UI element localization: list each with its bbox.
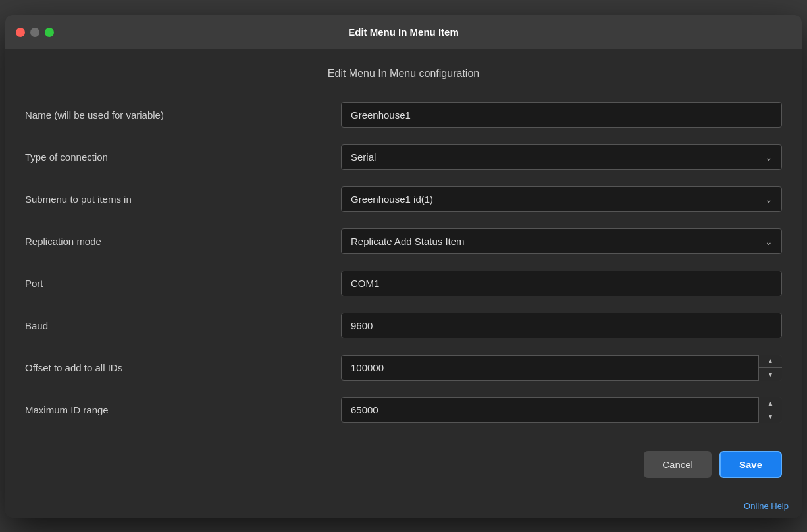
label-offset: Offset to add to all IDs	[25, 362, 341, 373]
form-row-submenu: Submenu to put items in Greenhouse1 id(1…	[25, 182, 782, 217]
form-row-max-id: Maximum ID range ▲ ▼	[25, 393, 782, 427]
select-wrap-replication: Replicate Add Status Item Replicate Menu…	[341, 228, 782, 254]
minimize-button[interactable]	[30, 28, 39, 37]
max-id-spinner-buttons: ▲ ▼	[758, 397, 782, 423]
offset-decrement-button[interactable]: ▼	[759, 368, 782, 381]
form-row-replication: Replication mode Replicate Add Status It…	[25, 225, 782, 259]
window-content: Edit Menu In Menu configuration Name (wi…	[5, 49, 802, 494]
offset-increment-button[interactable]: ▲	[759, 355, 782, 368]
form-row-name: Name (will be used for variable)	[25, 98, 782, 132]
submenu-select[interactable]: Greenhouse1 id(1)	[341, 186, 782, 212]
control-baud	[341, 313, 782, 338]
port-input[interactable]	[341, 271, 782, 296]
control-max-id: ▲ ▼	[341, 397, 782, 423]
label-name: Name (will be used for variable)	[25, 109, 341, 120]
control-replication: Replicate Add Status Item Replicate Menu…	[341, 228, 782, 254]
form-row-connection: Type of connection Serial TCP/IP USB ⌄	[25, 140, 782, 174]
cancel-button[interactable]: Cancel	[644, 451, 712, 478]
bottom-bar: Online Help	[5, 494, 802, 518]
title-bar: Edit Menu In Menu Item	[5, 15, 802, 49]
button-row: Cancel Save	[25, 443, 782, 478]
name-input[interactable]	[341, 102, 782, 128]
form-row-baud: Baud	[25, 309, 782, 343]
select-wrap-submenu: Greenhouse1 id(1) ⌄	[341, 186, 782, 212]
offset-spinner-buttons: ▲ ▼	[758, 355, 782, 381]
save-button[interactable]: Save	[719, 451, 782, 478]
form-row-offset: Offset to add to all IDs ▲ ▼	[25, 351, 782, 385]
spinner-wrap-max-id: ▲ ▼	[341, 397, 782, 423]
label-max-id: Maximum ID range	[25, 404, 341, 415]
control-connection: Serial TCP/IP USB ⌄	[341, 144, 782, 170]
label-submenu: Submenu to put items in	[25, 194, 341, 205]
window-title: Edit Menu In Menu Item	[348, 26, 459, 38]
label-replication: Replication mode	[25, 236, 341, 247]
select-wrap-connection: Serial TCP/IP USB ⌄	[341, 144, 782, 170]
main-window: Edit Menu In Menu Item Edit Menu In Menu…	[5, 15, 802, 518]
offset-input[interactable]	[341, 355, 782, 381]
label-baud: Baud	[25, 320, 341, 331]
close-button[interactable]	[16, 28, 25, 37]
traffic-lights	[16, 28, 54, 37]
control-port	[341, 271, 782, 296]
control-offset: ▲ ▼	[341, 355, 782, 381]
online-help-link[interactable]: Online Help	[744, 501, 789, 511]
config-title: Edit Menu In Menu configuration	[25, 68, 782, 80]
replication-select[interactable]: Replicate Add Status Item Replicate Menu…	[341, 228, 782, 254]
form-row-port: Port	[25, 267, 782, 301]
control-submenu: Greenhouse1 id(1) ⌄	[341, 186, 782, 212]
spinner-wrap-offset: ▲ ▼	[341, 355, 782, 381]
label-port: Port	[25, 278, 341, 289]
max-id-increment-button[interactable]: ▲	[759, 397, 782, 410]
control-name	[341, 102, 782, 128]
label-connection: Type of connection	[25, 151, 341, 163]
connection-select[interactable]: Serial TCP/IP USB	[341, 144, 782, 170]
baud-input[interactable]	[341, 313, 782, 338]
max-id-decrement-button[interactable]: ▼	[759, 410, 782, 423]
max-id-input[interactable]	[341, 397, 782, 423]
maximize-button[interactable]	[45, 28, 54, 37]
